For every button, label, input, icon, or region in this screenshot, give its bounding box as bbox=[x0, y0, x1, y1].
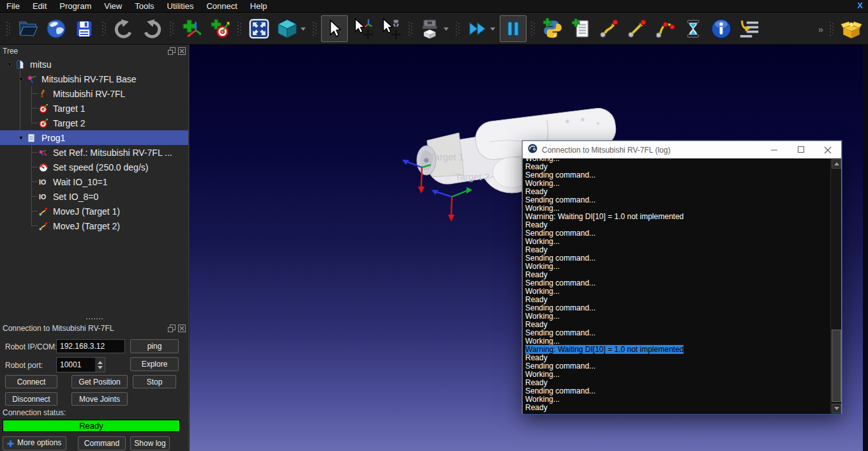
tree-item-wait-io-10-1[interactable]: IOWait IO_10=1 bbox=[0, 174, 188, 189]
menu-item-utilities[interactable]: Utilities bbox=[161, 0, 200, 13]
log-line[interactable]: Sending command... bbox=[525, 254, 841, 263]
move-reference-button[interactable] bbox=[349, 15, 376, 42]
tree-item-movej-target-1[interactable]: MoveJ (Target 1) bbox=[0, 204, 188, 218]
close-button[interactable] bbox=[814, 141, 841, 158]
float-panel-icon[interactable] bbox=[168, 47, 176, 55]
toolbar-grip[interactable] bbox=[6, 19, 11, 38]
toolbar-grip[interactable] bbox=[237, 19, 242, 38]
show-message-button[interactable] bbox=[708, 15, 735, 42]
scroll-up-icon[interactable] bbox=[832, 159, 841, 169]
scroll-down-icon[interactable] bbox=[832, 404, 841, 413]
tree-item-set-io-8-0[interactable]: IOSet IO_8=0 bbox=[0, 189, 188, 204]
log-line[interactable]: Warning: Waiting DI[10] = 1.0 not implem… bbox=[525, 213, 841, 221]
maximize-button[interactable] bbox=[788, 141, 814, 158]
toolbar-grip[interactable] bbox=[312, 19, 317, 38]
pause-button[interactable] bbox=[500, 15, 527, 42]
add-program-button[interactable] bbox=[567, 15, 594, 42]
spin-down-icon[interactable] bbox=[98, 366, 103, 369]
save-button[interactable] bbox=[71, 15, 98, 42]
view-cube-button[interactable] bbox=[274, 15, 308, 42]
fast-forward-button[interactable] bbox=[464, 15, 498, 42]
set-instruction-button[interactable] bbox=[736, 15, 763, 42]
redo-button[interactable] bbox=[138, 15, 165, 42]
log-line[interactable]: Working... bbox=[525, 238, 841, 246]
log-window-titlebar[interactable]: Connection to Mitsubishi RV-7FL (log) bbox=[523, 141, 841, 158]
log-line[interactable]: Sending command... bbox=[525, 196, 841, 204]
window-close-x[interactable]: X bbox=[857, 1, 863, 10]
connect-button[interactable]: Connect bbox=[5, 375, 57, 388]
tree-item-prog1[interactable]: ▼Prog1 bbox=[0, 130, 188, 145]
menu-item-tools[interactable]: Tools bbox=[128, 0, 160, 13]
expander-icon[interactable]: ▼ bbox=[15, 135, 27, 141]
log-line[interactable]: Working... bbox=[525, 158, 841, 163]
toolbar-grip[interactable] bbox=[101, 19, 107, 38]
target2-frame[interactable] bbox=[431, 187, 472, 222]
menu-item-file[interactable]: File bbox=[0, 0, 26, 13]
close-panel-icon[interactable] bbox=[178, 47, 186, 55]
robot-port-input[interactable] bbox=[56, 357, 96, 372]
add-reference-frame-button[interactable] bbox=[178, 15, 205, 42]
toolbar-grip[interactable] bbox=[408, 19, 413, 38]
log-line[interactable]: Sending command... bbox=[525, 329, 841, 337]
select-cursor-button[interactable] bbox=[321, 15, 348, 42]
tree-item-mitsu[interactable]: ▼mitsu bbox=[0, 57, 188, 72]
log-line[interactable]: Sending command... bbox=[525, 279, 841, 287]
log-line[interactable]: Working... bbox=[525, 395, 841, 404]
log-line[interactable]: Working... bbox=[525, 312, 841, 321]
log-line[interactable]: Working... bbox=[525, 180, 841, 188]
menu-item-view[interactable]: View bbox=[98, 0, 128, 13]
menu-item-connect[interactable]: Connect bbox=[200, 0, 243, 13]
explore-button[interactable]: Explore bbox=[130, 357, 179, 371]
movej-button[interactable] bbox=[595, 15, 622, 42]
log-scrollbar[interactable] bbox=[830, 158, 841, 414]
log-line[interactable]: Working... bbox=[525, 371, 841, 379]
horizontal-splitter-handle[interactable] bbox=[0, 316, 188, 322]
tree-item-mitsubishi-rv-7fl[interactable]: Mitsubishi RV-7FL bbox=[0, 86, 188, 101]
ping-button[interactable]: ping bbox=[130, 339, 179, 353]
log-line[interactable]: Working... bbox=[525, 287, 841, 296]
menu-item-edit[interactable]: Edit bbox=[26, 0, 53, 13]
toolbar-grip[interactable] bbox=[829, 19, 834, 38]
fit-view-button[interactable] bbox=[246, 15, 273, 42]
toolbar-grip[interactable] bbox=[169, 19, 174, 38]
movec-button[interactable] bbox=[652, 15, 678, 42]
get-position-button[interactable]: Get Position bbox=[71, 375, 128, 388]
log-line[interactable]: Sending command... bbox=[525, 229, 841, 238]
tree-item-set-speed-250-0-deg-s[interactable]: Set speed (250.0 deg/s) bbox=[0, 160, 188, 174]
dropdown-caret-icon[interactable] bbox=[444, 27, 449, 31]
package-button[interactable] bbox=[838, 15, 865, 42]
more-options-button[interactable]: More options bbox=[3, 436, 66, 450]
dropdown-caret-icon[interactable] bbox=[490, 27, 495, 31]
movel-button[interactable] bbox=[624, 15, 650, 42]
online-library-button[interactable] bbox=[43, 15, 70, 42]
minimize-button[interactable] bbox=[761, 141, 788, 158]
add-python-button[interactable] bbox=[539, 15, 566, 42]
command-button[interactable]: Command bbox=[78, 436, 126, 450]
log-line[interactable]: Working... bbox=[525, 263, 841, 271]
expander-icon[interactable]: ▼ bbox=[4, 61, 15, 68]
log-line-selected[interactable]: Warning: Waiting DI[10] = 1.0 not implem… bbox=[525, 346, 841, 354]
tree-item-set-ref-mitsubishi-rv-7fl[interactable]: Set Ref.: Mitsubishi RV-7FL ... bbox=[0, 145, 188, 160]
add-target-button[interactable] bbox=[206, 15, 233, 42]
log-line[interactable]: Sending command... bbox=[525, 387, 841, 395]
log-line[interactable]: Ready bbox=[525, 404, 841, 412]
menu-item-help[interactable]: Help bbox=[244, 0, 274, 13]
export-simulation-button[interactable] bbox=[417, 15, 451, 42]
port-spinner[interactable] bbox=[95, 357, 105, 372]
close-panel-icon[interactable] bbox=[178, 325, 186, 332]
tree-item-mitsubishi-rv-7fl-base[interactable]: ▼Mitsubishi RV-7FL Base bbox=[0, 72, 188, 86]
tree-item-target-1[interactable]: Target 1 bbox=[0, 101, 188, 116]
show-log-button[interactable]: Show log bbox=[130, 436, 170, 450]
log-line[interactable]: Sending command... bbox=[525, 362, 841, 371]
menu-item-program[interactable]: Program bbox=[53, 0, 98, 13]
log-line[interactable]: Sending command... bbox=[525, 171, 841, 180]
tree-item-target-2[interactable]: Target 2 bbox=[0, 116, 188, 130]
log-line[interactable]: Sending command... bbox=[525, 304, 841, 312]
undo-button[interactable] bbox=[110, 15, 137, 42]
expander-icon[interactable]: ▼ bbox=[15, 76, 27, 82]
robot-ip-input[interactable] bbox=[56, 339, 125, 353]
move-tool-button[interactable] bbox=[377, 15, 404, 42]
toolbar-overflow-chevron-icon[interactable]: » bbox=[818, 24, 822, 34]
dropdown-caret-icon[interactable] bbox=[301, 27, 306, 31]
disconnect-button[interactable]: Disconnect bbox=[5, 392, 57, 406]
